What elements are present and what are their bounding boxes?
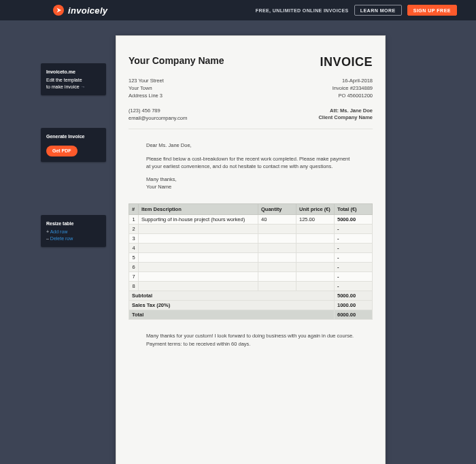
- cell-price[interactable]: [296, 233, 335, 243]
- intro-paragraph[interactable]: Please find below a cost-breakdown for t…: [146, 155, 355, 171]
- phone[interactable]: (123) 456 789: [129, 107, 187, 115]
- table-row[interactable]: 5-: [129, 252, 373, 262]
- invoice-date[interactable]: 16-April-2018: [333, 78, 373, 85]
- cell-total[interactable]: -: [335, 262, 373, 271]
- cell-price[interactable]: [296, 243, 335, 252]
- plus-icon: +: [46, 229, 49, 234]
- topbar: invoicely FREE, UNLIMITED ONLINE INVOICE…: [0, 0, 476, 20]
- cell-num[interactable]: 3: [129, 233, 139, 243]
- thanks-line-2[interactable]: Your Name: [146, 184, 171, 190]
- table-row[interactable]: 1Supporting of in-house project (hours w…: [129, 214, 373, 224]
- cell-price[interactable]: 125.00: [296, 214, 335, 224]
- invoice-page[interactable]: Your Company Name INVOICE 123 Your Stree…: [116, 35, 386, 464]
- table-row[interactable]: 2-: [129, 224, 373, 233]
- subtotal-label: Subtotal: [129, 291, 335, 300]
- cell-total[interactable]: -: [335, 224, 373, 233]
- cell-total[interactable]: -: [335, 271, 373, 281]
- cell-qty[interactable]: [258, 262, 296, 271]
- cell-num[interactable]: 8: [129, 281, 139, 291]
- cell-num[interactable]: 4: [129, 243, 139, 252]
- total-label: Total: [129, 310, 335, 319]
- company-name[interactable]: Your Company Name: [129, 55, 224, 66]
- cell-qty[interactable]: [258, 252, 296, 262]
- table-row[interactable]: 7-: [129, 271, 373, 281]
- cell-desc[interactable]: [139, 262, 258, 271]
- cell-total[interactable]: -: [335, 252, 373, 262]
- table-header-row: # Item Description Quantity Unit price (…: [129, 203, 373, 214]
- cell-total[interactable]: -: [335, 233, 373, 243]
- closing-line-1[interactable]: Many thanks for your custom! I look forw…: [146, 332, 355, 341]
- cell-desc[interactable]: [139, 224, 258, 233]
- tax-value[interactable]: 1000.00: [335, 300, 373, 310]
- footer-text[interactable]: Many thanks for your custom! I look forw…: [129, 320, 373, 350]
- cell-num[interactable]: 5: [129, 252, 139, 262]
- brand[interactable]: invoicely: [53, 5, 107, 16]
- address-line-2[interactable]: Your Town: [129, 85, 164, 93]
- address-line-1[interactable]: 123 Your Street: [129, 78, 164, 85]
- cell-qty[interactable]: [258, 224, 296, 233]
- delete-row-link[interactable]: Delete row: [50, 236, 73, 241]
- add-row-link[interactable]: Add row: [50, 229, 68, 234]
- arrow-right-icon: →: [81, 84, 86, 89]
- get-pdf-button[interactable]: Get PDF: [46, 146, 78, 156]
- cell-total[interactable]: 5000.00: [335, 214, 373, 224]
- thanks-line-1[interactable]: Many thanks,: [146, 176, 177, 182]
- cell-desc[interactable]: Supporting of in-house project (hours wo…: [139, 214, 258, 224]
- tax-row: Sales Tax (20%) 1000.00: [129, 300, 373, 310]
- table-row[interactable]: 4-: [129, 243, 373, 252]
- cell-num[interactable]: 2: [129, 224, 139, 233]
- email[interactable]: email@yourcompany.com: [129, 115, 187, 122]
- cell-qty[interactable]: [258, 281, 296, 291]
- client-company[interactable]: Client Company Name: [318, 114, 373, 122]
- salutation[interactable]: Dear Ms. Jane Doe,: [146, 142, 355, 149]
- cell-qty[interactable]: [258, 271, 296, 281]
- closing-line-2[interactable]: Payment terms: to be received within 60 …: [146, 340, 355, 349]
- attention[interactable]: Att: Ms. Jane Doe: [318, 107, 373, 115]
- address-line-3[interactable]: Address Line 3: [129, 93, 164, 100]
- line-items-table[interactable]: # Item Description Quantity Unit price (…: [129, 203, 373, 320]
- subtotal-value[interactable]: 5000.00: [335, 291, 373, 300]
- cell-qty[interactable]: [258, 243, 296, 252]
- cell-price[interactable]: [296, 281, 335, 291]
- cell-total[interactable]: -: [335, 243, 373, 252]
- po-number[interactable]: PO 456001200: [333, 93, 373, 100]
- col-price: Unit price (€): [296, 203, 335, 214]
- cell-desc[interactable]: [139, 252, 258, 262]
- cell-price[interactable]: [296, 262, 335, 271]
- cell-qty[interactable]: 40: [258, 214, 296, 224]
- cell-price[interactable]: [296, 224, 335, 233]
- signup-button[interactable]: SIGN UP FREE: [407, 5, 457, 16]
- table-row[interactable]: 8-: [129, 281, 373, 291]
- table-row[interactable]: 6-: [129, 262, 373, 271]
- table-row[interactable]: 3-: [129, 233, 373, 243]
- brand-name: invoicely: [68, 5, 107, 16]
- cell-num[interactable]: 7: [129, 271, 139, 281]
- learn-more-button[interactable]: LEARN MORE: [354, 5, 402, 16]
- cell-desc[interactable]: [139, 233, 258, 243]
- invoice-meta[interactable]: 16-April-2018 Invoice #2334889 PO 456001…: [333, 78, 373, 100]
- cell-qty[interactable]: [258, 233, 296, 243]
- subtotal-row: Subtotal 5000.00: [129, 291, 373, 300]
- resize-title: Resize table: [46, 220, 101, 227]
- col-total: Total (€): [335, 203, 373, 214]
- cell-num[interactable]: 1: [129, 214, 139, 224]
- total-row: Total 6000.00: [129, 310, 373, 319]
- from-address[interactable]: 123 Your Street Your Town Address Line 3: [129, 78, 164, 100]
- cell-price[interactable]: [296, 252, 335, 262]
- body-text[interactable]: Dear Ms. Jane Doe, Please find below a c…: [129, 129, 373, 190]
- cell-price[interactable]: [296, 271, 335, 281]
- cell-num[interactable]: 6: [129, 262, 139, 271]
- cell-desc[interactable]: [139, 243, 258, 252]
- cell-desc[interactable]: [139, 281, 258, 291]
- tagline: FREE, UNLIMITED ONLINE INVOICES: [256, 8, 349, 13]
- tax-label[interactable]: Sales Tax (20%): [129, 300, 335, 310]
- contact-info[interactable]: (123) 456 789 email@yourcompany.com: [129, 107, 187, 122]
- client-block[interactable]: Att: Ms. Jane Doe Client Company Name: [318, 107, 373, 122]
- cell-total[interactable]: -: [335, 281, 373, 291]
- invoice-title: INVOICE: [320, 55, 373, 69]
- cell-desc[interactable]: [139, 271, 258, 281]
- invoice-number[interactable]: Invoice #2334889: [333, 85, 373, 93]
- generate-title: Generate Invoice: [46, 133, 101, 140]
- brand-logo-icon: [53, 5, 64, 16]
- col-num: #: [129, 203, 139, 214]
